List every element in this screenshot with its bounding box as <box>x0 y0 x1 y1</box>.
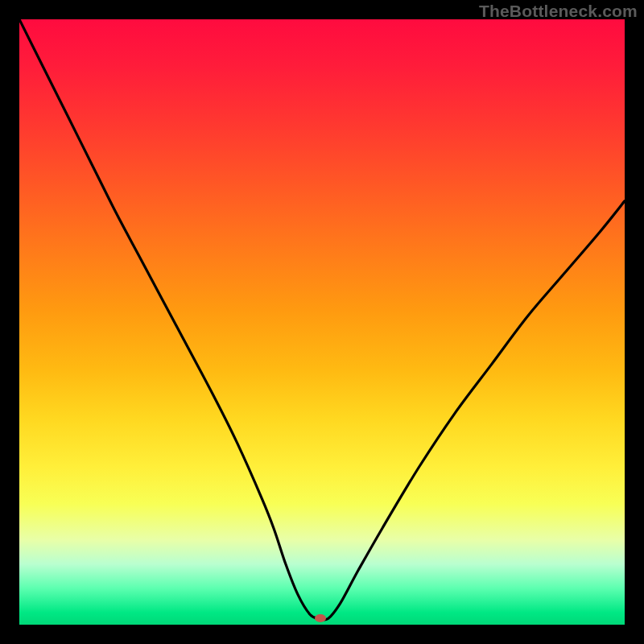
optimal-point-marker <box>315 614 326 622</box>
bottleneck-curve <box>19 19 625 625</box>
watermark-text: TheBottleneck.com <box>479 2 638 21</box>
plot-area <box>19 19 625 625</box>
curve-path <box>19 19 625 620</box>
chart-frame: TheBottleneck.com <box>0 0 644 644</box>
